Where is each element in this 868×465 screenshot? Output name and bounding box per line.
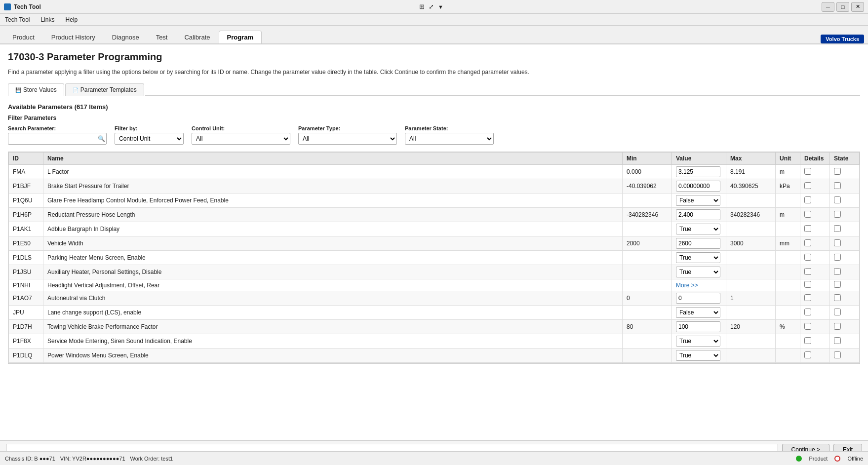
minimize-button[interactable]: ─ [822,2,834,12]
detail-checkbox-P1AK1[interactable] [804,225,811,232]
tab-product[interactable]: Product [4,31,43,43]
param-type-select[interactable]: All [298,133,397,145]
state-checkbox-JPU[interactable] [834,309,841,315]
vin: VIN: YV2R●●●●●●●●●●71 [60,456,125,459]
state-checkbox-P1F8X[interactable] [834,337,841,344]
status-bar: Chassis ID: B ●●●71 VIN: YV2R●●●●●●●●●●7… [0,451,868,459]
state-checkbox-P1DLQ[interactable] [834,351,841,358]
page-description: Find a parameter applying a filter using… [8,68,860,77]
state-checkbox-P1Q6U[interactable] [834,196,841,203]
value-input-P1BJF[interactable] [676,181,720,192]
filter-row: Search Parameter: 🔍 Filter by: Control U… [8,125,860,145]
param-state-label: Parameter State: [405,125,494,131]
table-row: P1NHIHeadlight Vertical Adjustment, Offs… [9,279,860,291]
value-select-P1F8X[interactable]: TrueFalse [676,336,720,347]
param-state-select[interactable]: All [405,133,494,145]
volvo-badge: Volvo Trucks [821,35,864,43]
table-row: P1H6PReductant Pressure Hose Length-3402… [9,208,860,222]
detail-checkbox-P1Q6U[interactable] [804,196,811,203]
table-row: P1E50Vehicle Width20003000mm [9,236,860,251]
tab-diagnose[interactable]: Diagnose [104,31,148,43]
col-value: Value [672,153,726,165]
close-button[interactable]: ✕ [851,2,864,12]
main-content: 17030-3 Parameter Programming Find a par… [0,44,868,440]
resize-icon: ⤢ [429,3,434,10]
value-select-P1DLQ[interactable]: TrueFalse [676,350,720,361]
sub-tab-store-values[interactable]: 💾 Store Values [8,83,64,96]
col-min: Min [623,153,672,165]
window-controls: ─ □ ✕ [822,2,864,12]
state-checkbox-P1NHI[interactable] [834,281,841,288]
filter-by-label: Filter by: [115,125,184,131]
state-checkbox-P1BJF[interactable] [834,182,841,189]
value-select-P1AK1[interactable]: TrueFalse [676,224,720,234]
menu-techtool[interactable]: Tech Tool [3,15,32,24]
search-button[interactable]: 🔍 [98,135,105,142]
nav-tabs: Product Product History Diagnose Test Ca… [0,26,868,44]
col-max: Max [726,153,776,165]
page-title: 17030-3 Parameter Programming [8,51,860,63]
sub-tab-parameter-templates[interactable]: 📄 Parameter Templates [65,83,144,96]
dropdown-icon: ▼ [438,4,443,10]
search-param-label: Search Parameter: [8,125,107,131]
filter-by-select[interactable]: Control Unit Name ID [115,133,184,145]
detail-checkbox-P1BJF[interactable] [804,182,811,189]
param-type-label: Parameter Type: [298,125,397,131]
table-row: P1Q6UGlare Free Headlamp Control Module,… [9,194,860,208]
params-table: ID Name Min Value Max Unit Details State… [8,152,860,364]
table-row: P1JSUAuxiliary Heater, Personal Settings… [9,265,860,279]
control-unit-label: Control Unit: [192,125,290,131]
offline-status-icon [834,456,840,459]
table-row: P1D7HTowing Vehicle Brake Performance Fa… [9,320,860,334]
detail-checkbox-P1AO7[interactable] [804,294,811,301]
param-type-group: Parameter Type: All [298,125,397,145]
tab-test[interactable]: Test [148,31,176,43]
detail-checkbox-P1E50[interactable] [804,239,811,246]
value-select-P1JSU[interactable]: TrueFalse [676,267,720,277]
search-param-group: Search Parameter: 🔍 [8,125,107,145]
value-input-P1H6P[interactable] [676,209,720,220]
menu-links[interactable]: Links [39,15,56,24]
detail-checkbox-P1H6P[interactable] [804,211,811,218]
detail-checkbox-P1JSU[interactable] [804,268,811,275]
detail-checkbox-P1NHI[interactable] [804,281,811,288]
app-title: Tech Tool [14,3,41,10]
table-row: JPULane change support (LCS), enableFals… [9,306,860,320]
detail-checkbox-P1DLQ[interactable] [804,351,811,358]
detail-checkbox-P1D7H[interactable] [804,323,811,330]
detail-checkbox-P1DLS[interactable] [804,254,811,261]
template-icon: 📄 [73,87,79,93]
state-checkbox-P1D7H[interactable] [834,323,841,330]
state-checkbox-P1AK1[interactable] [834,225,841,232]
state-checkbox-P1H6P[interactable] [834,211,841,218]
value-input-P1E50[interactable] [676,238,720,249]
state-checkbox-FMA[interactable] [834,168,841,175]
state-checkbox-P1E50[interactable] [834,239,841,246]
table-row: P1DLQPower Windows Menu Screen, EnableTr… [9,349,860,363]
params-table-container: ID Name Min Value Max Unit Details State… [8,152,860,364]
state-checkbox-P1AO7[interactable] [834,294,841,301]
filter-by-group: Filter by: Control Unit Name ID [115,125,184,145]
value-input-FMA[interactable] [676,166,720,177]
state-checkbox-P1DLS[interactable] [834,254,841,261]
tab-program[interactable]: Program [219,31,262,43]
table-row: P1QWXRemote Software Download, Authoriza… [9,363,860,364]
sub-tabs: 💾 Store Values 📄 Parameter Templates [8,83,860,96]
menu-help[interactable]: Help [64,15,80,24]
detail-checkbox-FMA[interactable] [804,168,811,175]
detail-checkbox-P1F8X[interactable] [804,337,811,344]
tab-calibrate[interactable]: Calibrate [176,31,218,43]
detail-checkbox-JPU[interactable] [804,309,811,315]
tab-product-history[interactable]: Product History [43,31,104,43]
col-name: Name [43,153,623,165]
col-state: State [830,153,860,165]
restore-button[interactable]: □ [836,2,849,12]
value-select-JPU[interactable]: FalseTrue [676,307,720,318]
state-checkbox-P1JSU[interactable] [834,268,841,275]
value-select-P1DLS[interactable]: TrueFalse [676,252,720,263]
value-input-P1AO7[interactable] [676,293,720,304]
control-unit-select[interactable]: All [192,133,290,145]
search-input[interactable] [8,133,107,145]
value-input-P1D7H[interactable] [676,321,720,332]
value-select-P1Q6U[interactable]: FalseTrue [676,195,720,206]
